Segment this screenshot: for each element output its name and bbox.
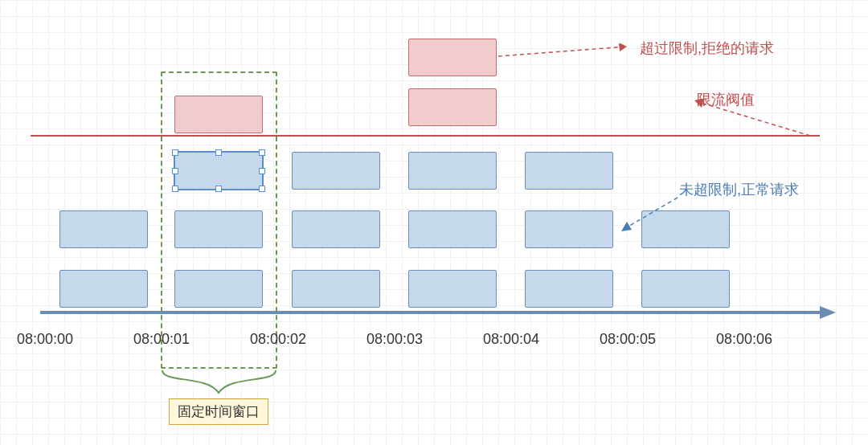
svg-marker-3	[694, 99, 704, 108]
request-box	[292, 270, 380, 308]
tick-label: 08:00:02	[250, 331, 306, 348]
request-box	[641, 270, 730, 308]
rejected-box	[408, 39, 497, 76]
brace-icon	[161, 369, 277, 395]
axis-arrow-icon	[820, 306, 836, 319]
request-box	[408, 210, 497, 248]
request-box-selected[interactable]	[174, 152, 263, 190]
request-box	[59, 270, 148, 308]
request-box	[292, 152, 380, 190]
svg-marker-5	[621, 222, 632, 231]
tick-label: 08:00:06	[716, 331, 772, 348]
svg-line-2	[696, 101, 810, 136]
request-box	[525, 210, 613, 248]
rejected-box	[174, 96, 263, 133]
tick-label: 08:00:05	[600, 331, 656, 348]
svg-line-0	[498, 47, 627, 56]
request-box	[408, 270, 497, 308]
tick-label: 08:00:01	[133, 331, 190, 348]
tick-label: 08:00:03	[366, 331, 423, 348]
time-axis	[40, 311, 820, 314]
request-box	[292, 210, 380, 248]
arrow-threshold-icon	[690, 99, 818, 139]
annotation-rejected: 超过限制,拒绝的请求	[640, 39, 774, 58]
request-box	[174, 210, 263, 248]
request-box	[174, 270, 263, 308]
svg-line-4	[623, 198, 678, 230]
request-box	[408, 152, 497, 190]
rejected-box	[408, 88, 497, 126]
svg-marker-1	[619, 43, 627, 51]
diagram-canvas: 08:00:00 08:00:01 08:00:02 08:00:03 08:0…	[0, 0, 868, 445]
request-box	[59, 210, 148, 248]
tick-label: 08:00:04	[483, 331, 539, 348]
arrow-rejected-icon	[498, 43, 637, 61]
request-box	[525, 270, 613, 308]
fixed-window-label: 固定时间窗口	[169, 398, 268, 425]
request-box	[525, 152, 613, 190]
tick-label: 08:00:00	[17, 331, 73, 348]
annotation-normal: 未超限制,正常请求	[679, 180, 799, 199]
arrow-normal-icon	[616, 193, 684, 235]
